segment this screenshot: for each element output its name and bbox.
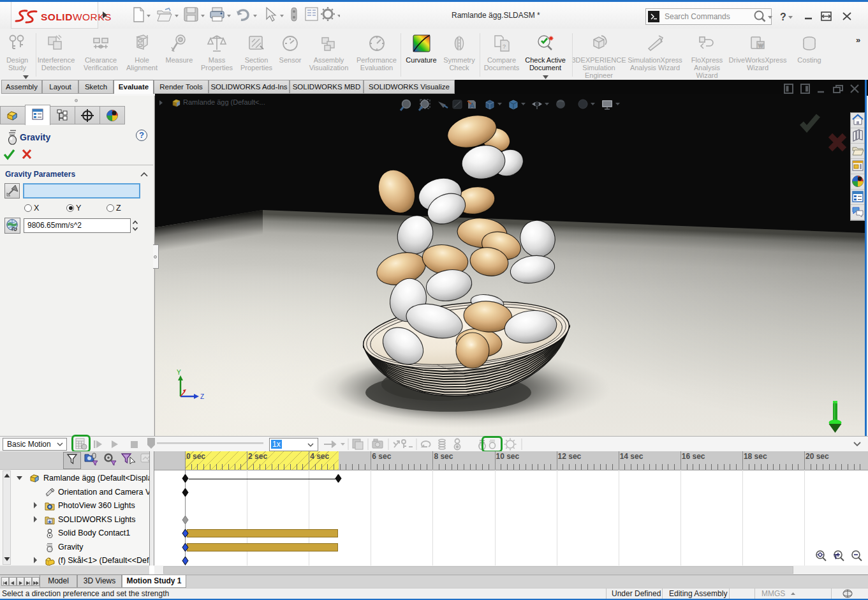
svg-text:?: ? xyxy=(503,43,506,50)
svg-text:Z: Z xyxy=(200,393,204,400)
svg-text:Y: Y xyxy=(177,369,181,376)
svg-text:Ramlande ägg (Default<...: Ramlande ägg (Default<... xyxy=(183,98,265,106)
svg-text:W: W xyxy=(758,43,763,49)
svg-text:?: ? xyxy=(780,11,786,22)
